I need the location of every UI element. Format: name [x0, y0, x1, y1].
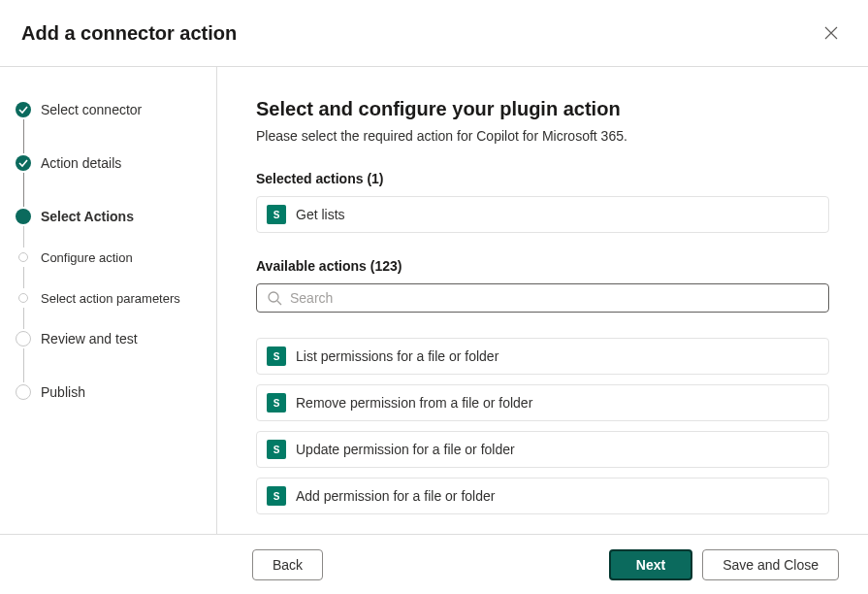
action-row-available-0[interactable]: SList permissions for a file or folder	[256, 338, 829, 375]
action-label: Remove permission from a file or folder	[296, 395, 532, 411]
svg-point-0	[269, 292, 278, 302]
step-connector	[23, 308, 24, 329]
substep-icon	[18, 252, 28, 262]
step-label: Select Actions	[41, 209, 134, 224]
available-actions-label: Available actions (123)	[256, 258, 829, 274]
dialog-title: Add a connector action	[21, 22, 237, 45]
future-step-icon	[16, 331, 31, 346]
action-row-available-2[interactable]: SUpdate permission for a file or folder	[256, 431, 829, 468]
step-review-and-test[interactable]: Review and test	[16, 329, 207, 348]
search-input[interactable]	[290, 290, 819, 306]
svg-line-1	[277, 301, 281, 305]
step-label: Select action parameters	[41, 291, 180, 306]
step-label: Review and test	[41, 331, 138, 346]
action-row-selected-0[interactable]: SGet lists	[256, 196, 829, 233]
substep-icon	[18, 293, 28, 303]
action-label: Get lists	[296, 207, 345, 222]
step-list: Select connectorAction detailsSelect Act…	[16, 100, 207, 402]
step-publish[interactable]: Publish	[16, 382, 207, 402]
available-actions-list: SList permissions for a file or folderSR…	[256, 338, 829, 514]
step-connector	[23, 119, 24, 153]
dialog-header: Add a connector action	[0, 0, 868, 66]
step-connector	[23, 267, 24, 288]
step-label: Publish	[41, 384, 85, 400]
action-row-available-1[interactable]: SRemove permission from a file or folder	[256, 384, 829, 421]
main-panel: Select and configure your plugin action …	[217, 67, 868, 543]
action-label: Add permission for a file or folder	[296, 488, 495, 504]
step-connector	[23, 348, 24, 382]
current-step-icon	[16, 209, 31, 224]
close-button[interactable]	[816, 17, 847, 49]
step-select-connector[interactable]: Select connector	[16, 100, 207, 119]
action-label: Update permission for a file or folder	[296, 442, 515, 457]
footer-right: Next Save and Close	[609, 549, 839, 580]
step-configure-action[interactable]: Configure action	[16, 248, 207, 267]
sharepoint-icon: S	[267, 393, 286, 412]
step-label: Action details	[41, 155, 121, 171]
sharepoint-icon: S	[267, 440, 286, 459]
sharepoint-icon: S	[267, 346, 286, 366]
check-icon	[16, 155, 31, 171]
action-label: List permissions for a file or folder	[296, 348, 498, 364]
close-icon	[824, 26, 838, 40]
step-select-action-parameters[interactable]: Select action parameters	[16, 288, 207, 308]
dialog-footer: Back Next Save and Close	[0, 534, 868, 594]
main-subtitle: Please select the required action for Co…	[256, 128, 829, 144]
step-label: Configure action	[41, 250, 133, 265]
sharepoint-icon: S	[267, 486, 286, 506]
stepper-sidebar: Select connectorAction detailsSelect Act…	[0, 67, 217, 543]
future-step-icon	[16, 384, 31, 400]
dialog-body: Select connectorAction detailsSelect Act…	[0, 67, 868, 543]
step-connector	[23, 226, 24, 248]
step-select-actions[interactable]: Select Actions	[16, 207, 207, 226]
selected-actions-section: Selected actions (1) SGet lists	[256, 171, 829, 233]
check-icon	[16, 102, 31, 117]
selected-actions-label: Selected actions (1)	[256, 171, 829, 186]
main-title: Select and configure your plugin action	[256, 98, 829, 120]
step-label: Select connector	[41, 102, 142, 117]
next-button[interactable]: Next	[609, 549, 692, 580]
action-row-available-3[interactable]: SAdd permission for a file or folder	[256, 478, 829, 514]
back-button[interactable]: Back	[252, 549, 323, 580]
search-box[interactable]	[256, 283, 829, 313]
save-close-button[interactable]: Save and Close	[702, 549, 839, 580]
step-connector	[23, 173, 24, 207]
step-action-details[interactable]: Action details	[16, 153, 207, 173]
sharepoint-icon: S	[267, 205, 286, 224]
search-icon	[267, 290, 282, 306]
